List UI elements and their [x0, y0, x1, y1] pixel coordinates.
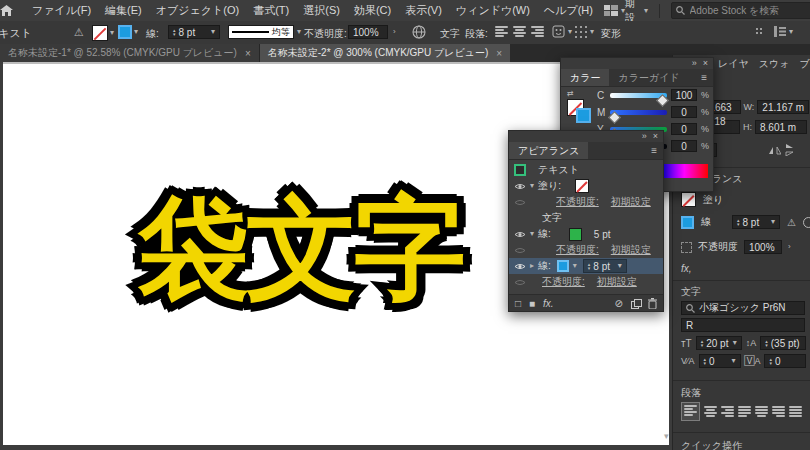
opacity-field[interactable]: 100% [348, 25, 388, 39]
panel-menu-icon[interactable]: ≡ [651, 145, 657, 156]
align-right-icon[interactable] [531, 26, 544, 37]
menu-effect[interactable]: 効果(C) [347, 3, 398, 18]
expand-icon[interactable]: ▾ [530, 230, 534, 238]
fill-none-swatch[interactable] [92, 25, 108, 41]
stroke-profile-control[interactable]: 均等 ▾ [228, 25, 301, 39]
stroke1-opacity-row[interactable]: 不透明度: 初期設定 [509, 242, 663, 258]
character-link[interactable]: 文字 [440, 27, 460, 41]
trash-icon[interactable] [648, 298, 657, 309]
opacity-expand-icon[interactable]: › [393, 28, 396, 36]
add-fill-icon[interactable]: ■ [529, 298, 535, 309]
document-tab-2[interactable]: 名称未設定-2* @ 300% (CMYK/GPU プレビュー) × [260, 44, 510, 62]
close-icon[interactable]: × [703, 59, 708, 68]
opacity-link[interactable]: 不透明度: [556, 243, 599, 257]
visibility-eye-icon[interactable] [514, 246, 526, 255]
opacity-default-link[interactable]: 初期設定 [597, 275, 637, 289]
opacity-default-link[interactable]: 初期設定 [611, 243, 651, 257]
canvas-text[interactable]: 袋文字 [138, 174, 462, 325]
visibility-eye-icon[interactable] [514, 230, 526, 239]
font-family-field[interactable]: 小塚ゴシック Pr6N [681, 301, 805, 315]
fill-swatch[interactable] [681, 192, 696, 207]
stroke2-opacity-row[interactable]: 不透明度: 初期設定 [509, 274, 663, 290]
justify-right-button[interactable] [772, 406, 785, 417]
opacity-field[interactable]: 100% [744, 240, 782, 254]
leading-field[interactable]: ▴▾ (35 pt) [760, 336, 806, 350]
close-icon[interactable]: × [653, 132, 658, 141]
dock-tab-brushes[interactable]: ブラシ [799, 57, 810, 71]
dock-tab-layers[interactable]: レイヤ [718, 57, 749, 71]
kerning-field[interactable]: ▴▾ 0 ▾ [699, 354, 741, 368]
stroke-color-control[interactable]: ▾ [118, 25, 138, 39]
characters-row[interactable]: 文字 [509, 210, 663, 226]
stroke-weight-field[interactable]: ▴▾ 8 pt ▾ [732, 215, 780, 229]
fx-icon[interactable]: fx, [681, 263, 692, 274]
dock-tab-swatches[interactable]: スウォ [759, 57, 790, 71]
visibility-eye-icon[interactable] [514, 198, 526, 207]
h-field[interactable]: 8.601 m [755, 120, 807, 134]
expand-icon[interactable]: ▾ [530, 182, 534, 190]
tab-appearance[interactable]: アピアランス [509, 142, 588, 159]
stroke2-row-selected[interactable]: ▸ 線: ▾ ▴▾ 8 pt ▾ [509, 258, 663, 274]
menu-object[interactable]: オブジェクト(O) [149, 3, 246, 18]
visibility-eye-icon[interactable] [514, 262, 526, 271]
document-tab-1[interactable]: 名称未設定-1* @ 52.58% (CMYK/GPU プレビュー) × [0, 44, 260, 62]
stroke2-color-swatch[interactable] [557, 260, 569, 272]
slider-c-thumb[interactable] [656, 94, 669, 107]
justify-left-button[interactable] [738, 406, 751, 417]
menu-file[interactable]: ファイル(F) [25, 3, 98, 18]
tracking-field[interactable]: ▴▾ 0 [764, 354, 806, 368]
flip-vertical-icon[interactable] [785, 144, 794, 156]
stroke-color-swatch[interactable] [118, 25, 132, 39]
add-effect-fx-icon[interactable]: fx. [543, 298, 554, 309]
fill-opacity-row[interactable]: 不透明度: 初期設定 [509, 194, 663, 210]
flip-horizontal-icon[interactable] [769, 146, 781, 155]
duplicate-icon[interactable] [631, 299, 640, 308]
visibility-eye-icon[interactable] [514, 278, 526, 287]
w-field[interactable]: 21.167 m [757, 100, 809, 114]
add-stroke-icon[interactable]: □ [515, 298, 521, 309]
font-size-field[interactable]: ▴▾ 20 pt ▾ [696, 336, 742, 350]
swap-colors-icon[interactable]: ⇄ [567, 89, 574, 98]
stroke2-weight-field[interactable]: ▴▾ 8 pt ▾ [583, 259, 627, 273]
home-icon[interactable] [0, 5, 13, 17]
document-setup-control[interactable]: ▾ [552, 25, 572, 38]
stroke-swatch[interactable] [681, 216, 694, 229]
clear-appearance-icon[interactable]: ⊘ [615, 298, 623, 309]
menu-help[interactable]: ヘルプ(H) [537, 3, 600, 18]
layout-switcher-icon[interactable]: ▾ [604, 5, 625, 16]
tab-color-guide[interactable]: カラーガイド [609, 69, 688, 86]
scroll-down-icon[interactable]: ▾ [664, 431, 669, 441]
menu-window[interactable]: ウィンドウ(W) [449, 3, 537, 18]
fill-row[interactable]: ▾ 塗り: [509, 178, 663, 194]
swatch-dropdown-icon[interactable]: ▾ [573, 262, 577, 270]
font-style-field[interactable]: R [681, 318, 805, 332]
stroke1-row[interactable]: ▾ 線: 5 pt [509, 226, 663, 242]
slider-m-field[interactable]: 0 [671, 106, 697, 118]
menu-edit[interactable]: 編集(E) [98, 3, 149, 18]
opacity-expand-icon[interactable]: › [788, 243, 791, 251]
collapse-icon[interactable]: » [642, 132, 647, 141]
search-input[interactable] [671, 2, 810, 19]
grid-options-control[interactable]: ▾ [575, 26, 594, 38]
align-center-icon[interactable] [513, 26, 526, 37]
fill-none-swatch[interactable] [575, 179, 589, 193]
expand-icon[interactable]: ▸ [530, 262, 534, 270]
align-center-button[interactable] [704, 406, 717, 417]
slider-c-field[interactable]: 100 [671, 89, 697, 101]
stroke-weight-field[interactable]: ▴▾ 8 pt ▾ [168, 25, 220, 39]
panel-menu-icon[interactable]: ≡ [701, 72, 707, 83]
paragraph-link[interactable]: 段落: [465, 27, 488, 41]
menu-type[interactable]: 書式(T) [246, 3, 296, 18]
opacity-mask-icon[interactable] [681, 242, 692, 253]
collapse-icon[interactable]: » [692, 59, 697, 68]
panel-dock-control[interactable]: ▾ [774, 26, 793, 37]
slider-m-track[interactable] [610, 110, 667, 115]
slider-c-track[interactable] [610, 93, 667, 98]
visibility-eye-icon[interactable] [514, 182, 526, 191]
dots-grid-icon[interactable] [756, 28, 765, 37]
align-left-icon[interactable] [495, 26, 508, 37]
close-icon[interactable]: × [496, 48, 502, 59]
fill-color-control[interactable]: ▾ [92, 25, 114, 41]
stock-search[interactable] [671, 2, 810, 19]
globe-icon[interactable] [412, 25, 426, 39]
